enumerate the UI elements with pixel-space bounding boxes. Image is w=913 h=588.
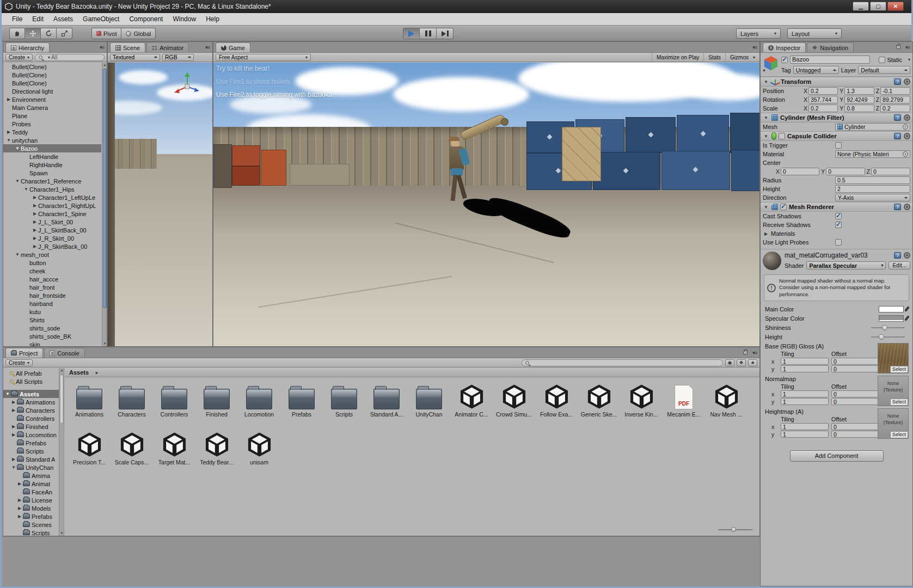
disclosure-triangle-icon[interactable]: ▼ — [5, 138, 12, 143]
disclosure-triangle-icon[interactable]: ▶ — [10, 400, 17, 405]
breadcrumb[interactable]: Assets — [69, 369, 89, 376]
disclosure-triangle-icon[interactable]: ▶ — [32, 211, 38, 216]
direction-dropdown[interactable]: Y-Axis — [835, 194, 910, 201]
static-checkbox[interactable] — [879, 57, 885, 63]
hierarchy-item[interactable]: button — [3, 259, 101, 267]
project-tree-item[interactable]: ▶Locomotion — [3, 431, 64, 439]
project-tree-scrollbar[interactable]: ▲ ▼ — [59, 368, 64, 536]
offset-y-field[interactable]: 0 — [831, 365, 879, 372]
hierarchy-item[interactable]: Shirts — [3, 316, 101, 324]
hierarchy-item[interactable]: ▼Character1_Reference — [3, 177, 101, 185]
hierarchy-item[interactable]: hair_frontside — [3, 291, 101, 299]
capsule-enabled-checkbox[interactable] — [779, 133, 785, 139]
disclosure-triangle-icon[interactable]: ▶ — [5, 130, 12, 134]
hierarchy-item[interactable]: LeftHandle — [3, 152, 101, 161]
gear-icon[interactable] — [904, 114, 910, 121]
asset-item[interactable]: Crowd Simu... — [493, 381, 535, 422]
hierarchy-item[interactable]: ▶Environment — [3, 95, 101, 103]
lock-icon[interactable] — [743, 351, 747, 354]
asset-item[interactable]: Animations — [68, 381, 111, 422]
help-book-icon[interactable]: ? — [894, 78, 901, 85]
close-button[interactable]: ✕ — [887, 2, 904, 11]
slider-knob[interactable] — [731, 527, 736, 532]
capsule-collider-header[interactable]: ▼ Capsule Collider ? — [761, 131, 912, 141]
hierarchy-item[interactable]: ▶J_R_SkirtBack_00 — [3, 242, 101, 250]
disclosure-triangle-icon[interactable]: ▶ — [16, 481, 23, 486]
hierarchy-item[interactable]: Probes — [3, 120, 101, 128]
asset-item[interactable]: Animator C... — [450, 381, 493, 422]
asset-item[interactable]: Target Mat... — [153, 429, 195, 470]
hierarchy-item[interactable]: shirts_sode_BK — [3, 332, 101, 340]
stats-button[interactable]: Stats — [703, 53, 725, 62]
eyedropper-icon[interactable] — [904, 315, 910, 321]
tiling-y-field[interactable]: 1 — [781, 365, 829, 372]
project-tree-item[interactable]: Scripts — [3, 447, 64, 455]
scene-view[interactable] — [108, 63, 212, 346]
project-tree-item[interactable]: Scripts — [3, 529, 64, 536]
project-favorite-item[interactable]: All Scripts — [3, 377, 64, 385]
asset-item[interactable]: PDFMecanim E... — [663, 381, 705, 422]
shader-dropdown[interactable]: Parallax Specular▾ — [806, 261, 886, 270]
menu-item-help[interactable]: Help — [201, 13, 224, 25]
search-by-label-button[interactable]: ❖ — [737, 359, 746, 366]
transform-header[interactable]: ▼ Transform ? — [761, 77, 912, 87]
panel-menu-icon[interactable]: ▾≡ — [205, 45, 210, 50]
move-tool-button[interactable] — [25, 28, 41, 39]
scroll-up-icon[interactable]: ▲ — [59, 368, 64, 373]
disclosure-triangle-icon[interactable]: ▼ — [14, 179, 21, 183]
transform-position-x-field[interactable]: 0.2 — [808, 87, 838, 95]
prefab-caret-icon[interactable]: ▼ — [762, 69, 766, 72]
scroll-down-icon[interactable]: ▼ — [102, 341, 107, 346]
tab-console[interactable]: Console — [44, 348, 84, 358]
search-by-type-button[interactable]: ◉ — [725, 359, 734, 366]
hand-tool-button[interactable] — [9, 28, 25, 39]
disclosure-triangle-icon[interactable]: ▶ — [16, 498, 23, 503]
disclosure-triangle-icon[interactable]: ▼ — [763, 134, 769, 139]
cast-shadows-checkbox[interactable] — [835, 213, 842, 219]
asset-item[interactable]: unisam — [238, 429, 280, 470]
disclosure-triangle-icon[interactable]: ▶ — [10, 457, 17, 462]
disclosure-triangle-icon[interactable]: ▶ — [32, 228, 38, 232]
disclosure-triangle-icon[interactable]: ▶ — [32, 195, 38, 200]
thumbnail-zoom-slider[interactable] — [718, 527, 753, 532]
disclosure-triangle-icon[interactable]: ▶ — [5, 97, 12, 102]
disclosure-triangle-icon[interactable]: ▼ — [10, 465, 17, 470]
offset-y-field[interactable]: 0 — [831, 431, 879, 438]
hierarchy-scrollbar[interactable]: ▲ ▼ — [102, 63, 107, 346]
offset-x-field[interactable]: 0 — [831, 358, 879, 365]
transform-rotation-x-field[interactable]: 357.744 — [808, 96, 838, 103]
hierarchy-item[interactable]: hairband — [3, 299, 101, 308]
disclosure-triangle-icon[interactable]: ▶ — [10, 408, 17, 413]
hierarchy-item[interactable]: ▶Character1_RightUpL — [3, 201, 101, 210]
hierarchy-item[interactable]: Main Camera — [3, 103, 101, 112]
disclosure-triangle-icon[interactable]: ▶ — [16, 506, 23, 511]
center-z-field[interactable]: 0 — [871, 168, 910, 175]
play-button[interactable] — [403, 28, 420, 39]
disclosure-triangle-icon[interactable]: ▶ — [10, 432, 17, 437]
offset-x-field[interactable]: 0 — [831, 390, 879, 397]
asset-item[interactable]: Scale Caps... — [111, 429, 153, 470]
renderer-enabled-checkbox[interactable] — [780, 204, 787, 210]
hierarchy-item[interactable]: hair_front — [3, 283, 101, 291]
specular-color-swatch[interactable] — [879, 315, 904, 322]
tab-project[interactable]: Project — [5, 348, 43, 358]
hierarchy-item[interactable]: Directional light — [3, 87, 101, 95]
select-button[interactable]: Select — [890, 431, 908, 438]
tiling-y-field[interactable]: 1 — [781, 431, 829, 438]
hierarchy-item[interactable]: Bullet(Clone) — [3, 71, 101, 79]
disclosure-triangle-icon[interactable]: ▶ — [32, 244, 38, 249]
scroll-up-icon[interactable]: ▲ — [102, 63, 107, 68]
asset-item[interactable]: Precision T... — [68, 429, 111, 470]
hierarchy-item[interactable]: Plane — [3, 112, 101, 120]
panel-menu-icon[interactable]: ▾≡ — [752, 350, 757, 356]
hierarchy-item[interactable]: ▶J_R_Skirt_00 — [3, 234, 101, 242]
maximize-on-play-button[interactable]: Maximize on Play — [652, 53, 703, 62]
gizmos-button[interactable]: Gizmos▾ — [725, 53, 759, 62]
map-thumbnail[interactable]: Select — [878, 343, 909, 373]
layer-dropdown[interactable]: Default — [858, 66, 910, 74]
hierarchy-item[interactable]: ▶Character1_LeftUpLe — [3, 193, 101, 201]
project-tree-item[interactable]: ▼Assets — [3, 390, 64, 398]
help-book-icon[interactable]: ? — [894, 133, 901, 139]
tiling-x-field[interactable]: 1 — [781, 358, 829, 365]
scene-drawmode-dropdown[interactable]: Textured — [110, 54, 160, 61]
